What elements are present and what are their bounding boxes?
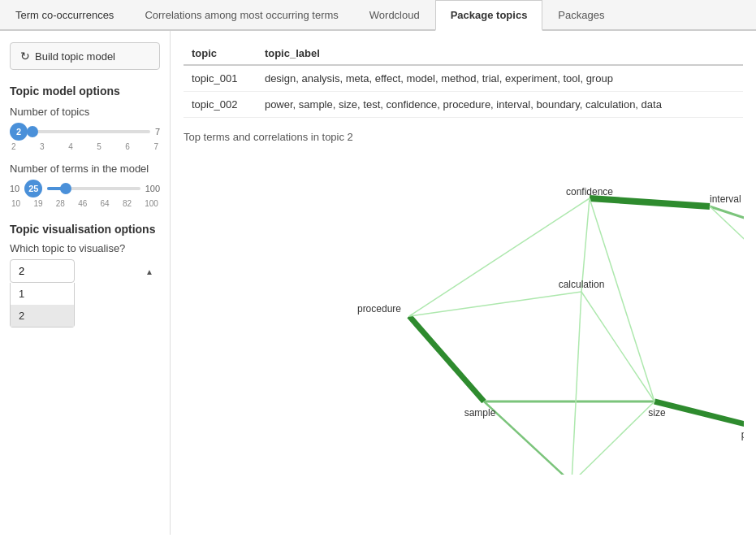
num-terms-ticks: 10 19 28 46 64 82 100 [10,199,160,208]
edge-power-size [654,401,744,426]
num-topics-slider-container: 2 7 2 3 4 5 6 7 [10,123,160,151]
col-topic: topic [184,42,257,65]
tab-wordcloud[interactable]: Wordcloud [354,0,435,31]
topic-id-001: topic_001 [184,65,257,92]
num-terms-max-label: 100 [145,184,160,193]
tab-package-topics[interactable]: Package topics [435,0,543,31]
edge-procedure-calculation [409,292,581,316]
topic-select[interactable]: 1 2 [10,259,75,283]
num-topics-track[interactable] [32,130,150,133]
sidebar: ↻ Build topic model Topic model options … [0,31,171,535]
node-power-label: power [741,429,744,440]
vis-options-heading: Topic visualisation options [10,223,160,236]
topic-label-002: power, sample, size, test, confidence, p… [257,92,743,118]
node-sample-label: sample [464,407,496,419]
edge-calculation-data [572,292,581,475]
network-svg: confidence interval boundary test power … [184,150,744,475]
topic-id-002: topic_002 [184,92,257,118]
col-label: topic_label [257,42,743,65]
topic-label-001: design, analysis, meta, effect, model, m… [257,65,743,92]
edge-data-sample [484,401,572,475]
num-terms-track[interactable] [47,187,140,190]
node-interval-label: interval [710,193,741,205]
table-row: topic_002 power, sample, size, test, con… [184,92,743,118]
build-topic-model-button[interactable]: ↻ Build topic model [10,42,160,70]
edge-calculation-size [581,292,654,401]
refresh-icon: ↻ [20,50,30,63]
dropdown-option-1[interactable]: 1 [11,283,74,305]
which-topic-label: Which topic to visualise? [10,242,160,254]
num-terms-min-label: 10 [10,184,19,193]
build-btn-label: Build topic model [35,50,115,63]
edge-confidence-size [590,198,654,401]
node-size-label: size [648,407,666,419]
num-topics-thumb[interactable] [27,126,38,137]
num-topics-label: Number of topics [10,106,160,118]
tab-bar: Term co-occurrences Correlations among m… [0,0,756,31]
num-terms-badge: 25 [24,180,42,197]
tab-term-co[interactable]: Term co-occurrences [0,0,129,31]
topic-table: topic topic_label topic_001 design, anal… [184,42,743,118]
dropdown-option-2[interactable]: 2 [11,305,74,327]
topic-model-options-heading: Topic model options [10,85,160,98]
edge-interval-boundary [710,206,744,255]
num-terms-thumb[interactable] [60,183,71,194]
num-terms-slider-container: 10 25 100 10 19 28 46 64 82 100 [10,180,160,208]
topic-select-container: 1 2 ▲ 1 2 [10,259,160,283]
tab-correlations[interactable]: Correlations among most occurring terms [129,0,353,31]
edge-sample-procedure [409,316,484,401]
content-area: topic topic_label topic_001 design, anal… [171,31,756,535]
viz-canvas: confidence interval boundary test power … [184,150,736,458]
tab-packages[interactable]: Packages [542,0,620,31]
dropdown-arrow-icon: ▲ [145,267,153,276]
num-topics-max-label: 7 [155,127,160,137]
node-calculation-label: calculation [559,279,605,290]
viz-title: Top terms and correlations in topic 2 [184,131,743,143]
num-topics-ticks: 2 3 4 5 6 7 [10,142,160,151]
num-topics-badge: 2 [10,123,28,141]
edge-interval-test [710,206,744,353]
table-row: topic_001 design, analysis, meta, effect… [184,65,743,92]
edge-confidence-interval [590,198,710,206]
node-confidence-label: confidence [566,186,613,197]
node-procedure-label: procedure [357,303,401,315]
edge-size-data [572,401,654,475]
edge-confidence-calculation [581,198,590,292]
vis-options-section: Topic visualisation options Which topic … [10,223,160,283]
dropdown-open-list: 1 2 [10,283,75,328]
edge-confidence-procedure [409,198,590,316]
num-terms-label: Number of terms in the model [10,163,160,175]
